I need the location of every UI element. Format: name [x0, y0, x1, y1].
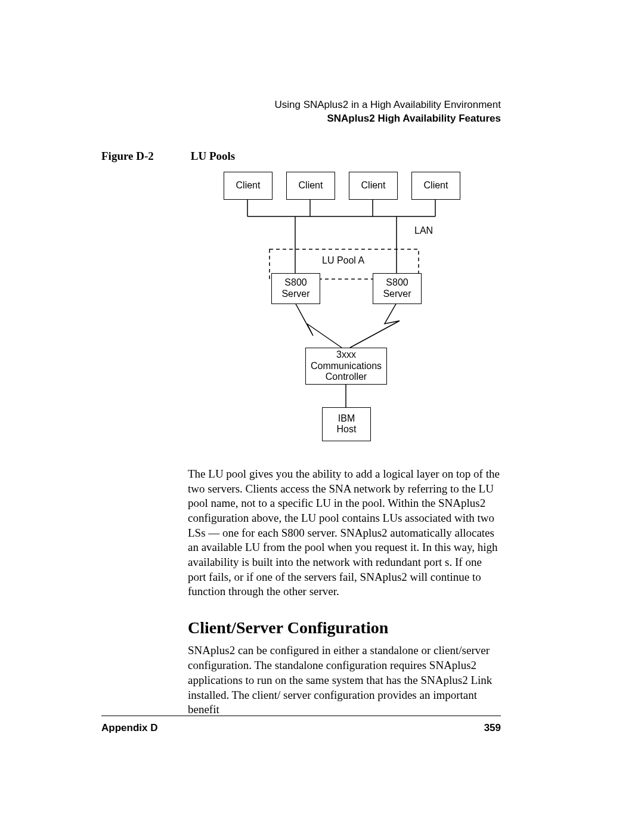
- figure-title: LU Pools: [191, 150, 235, 162]
- figure-caption-row: Figure D-2 LU Pools: [101, 150, 501, 163]
- label-lan: LAN: [414, 225, 433, 236]
- box-client-4: Client: [411, 172, 460, 200]
- diagram-lu-pools: Client Client Client Client LAN LU Pool …: [188, 169, 474, 449]
- box-server-1: S800 Server: [271, 273, 320, 304]
- page-footer: Appendix D 359: [101, 716, 501, 734]
- body-text: The LU pool gives you the ability to add…: [188, 467, 501, 717]
- footer-appendix: Appendix D: [101, 722, 157, 733]
- box-client-3: Client: [349, 172, 398, 200]
- page-header: Using SNAplus2 in a High Availability En…: [101, 98, 501, 126]
- box-client-2: Client: [286, 172, 335, 200]
- header-chapter: Using SNAplus2 in a High Availability En…: [101, 98, 501, 112]
- paragraph-lu-pool: The LU pool gives you the ability to add…: [188, 467, 501, 599]
- box-client-1: Client: [224, 172, 273, 200]
- label-lu-pool: LU Pool A: [322, 255, 364, 266]
- box-comm-controller: 3xxx Communications Controller: [305, 348, 387, 385]
- box-ibm-host: IBM Host: [322, 407, 371, 441]
- heading-client-server: Client/Server Configuration: [188, 617, 501, 639]
- paragraph-client-server: SNAplus2 can be configured in either a s…: [188, 643, 501, 717]
- box-server-2: S800 Server: [373, 273, 422, 304]
- header-section: SNAplus2 High Availability Features: [101, 112, 501, 126]
- footer-page-number: 359: [484, 722, 501, 734]
- figure-label: Figure D-2: [101, 150, 188, 163]
